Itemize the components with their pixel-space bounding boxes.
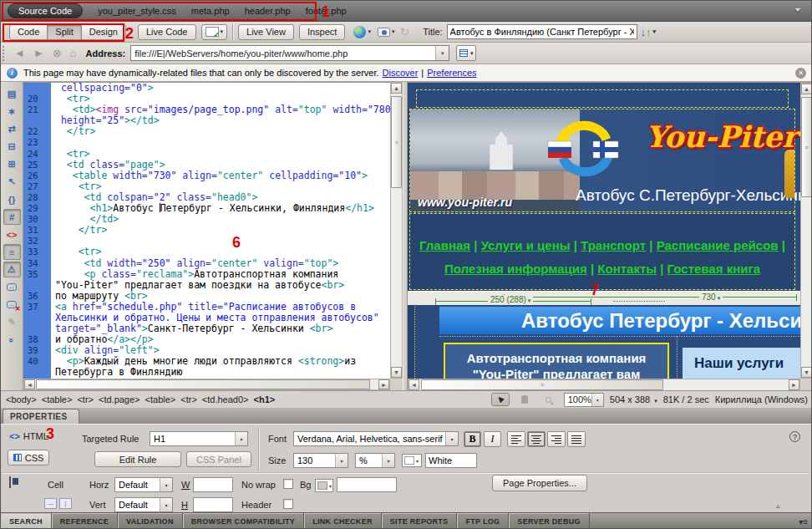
column-width-label-250[interactable]: 250 (288): [488, 295, 533, 304]
promo-box[interactable]: Автотранспортная компания "You-Piter" пр…: [444, 343, 669, 379]
code-vertical-scrollbar[interactable]: [390, 82, 403, 379]
file-management-button[interactable]: ↓↑: [641, 26, 657, 38]
zoom-tool[interactable]: [540, 393, 558, 406]
align-center-button[interactable]: [527, 431, 546, 447]
panel-tab-ftp-log[interactable]: FTP LOG: [457, 513, 509, 529]
panel-tab-link-checker[interactable]: LINK CHECKER: [304, 513, 382, 529]
panel-menu-icon[interactable]: [799, 517, 808, 526]
page-heading-h1[interactable]: Автобус Петербург - Хельсинки: [439, 307, 800, 334]
nav-link[interactable]: Главная: [419, 238, 470, 252]
design-scroll-thumb[interactable]: [801, 97, 812, 197]
cell-height-input[interactable]: [193, 497, 233, 512]
close-infobar-icon[interactable]: ✕: [795, 68, 806, 79]
toolbar-grip[interactable]: [3, 24, 8, 39]
vert-select[interactable]: Default: [114, 497, 173, 512]
panel-tab-browser-compatibility[interactable]: BROWSER COMPATIBILITY: [183, 513, 304, 529]
highlight-invalid-code-icon[interactable]: <>: [3, 226, 21, 242]
tag-selector-item[interactable]: <td.head0>: [202, 394, 249, 404]
preferences-link[interactable]: Preferences: [427, 68, 476, 78]
code-view-button[interactable]: Code: [9, 24, 48, 40]
design-vertical-scrollbar[interactable]: [800, 83, 812, 379]
tag-selector-item[interactable]: <tr>: [77, 394, 94, 404]
tag-selector-item[interactable]: <table>: [42, 394, 73, 404]
cell-width-input[interactable]: [193, 477, 233, 492]
nav-link[interactable]: Полезная информация: [444, 262, 587, 276]
design-hscroll-thumb[interactable]: [421, 379, 663, 390]
nav-link[interactable]: Услуги и цены: [481, 238, 571, 252]
view-options-button[interactable]: [456, 45, 476, 61]
text-color-picker[interactable]: [402, 454, 422, 467]
syntax-error-alerts-icon[interactable]: ⚠: [3, 262, 21, 277]
source-code-tab[interactable]: Source Code: [8, 3, 83, 18]
code-view[interactable]: cellspacing="0">20 <tr>21 <td><img src="…: [23, 82, 390, 379]
discover-link[interactable]: Discover: [383, 68, 419, 78]
balance-braces-icon[interactable]: {}: [3, 191, 21, 207]
targeted-rule-select[interactable]: H1: [150, 431, 248, 446]
italic-button[interactable]: I: [484, 431, 501, 447]
services-box[interactable]: Наши услуги: [683, 348, 800, 379]
hand-tool[interactable]: [515, 393, 534, 406]
refresh-icon[interactable]: [399, 25, 409, 38]
page-top-row[interactable]: [416, 89, 789, 108]
collapse-full-tag-icon[interactable]: ⇄: [3, 121, 21, 137]
font-select[interactable]: Verdana, Arial, Helvetica, sans-serif: [293, 431, 459, 446]
apply-comment-icon[interactable]: …: [3, 279, 21, 295]
scroll-right-icon[interactable]: [789, 379, 799, 390]
horz-select[interactable]: Default: [114, 477, 173, 492]
code-scroll-thumb[interactable]: [391, 96, 402, 188]
css-mode-button[interactable]: CSS: [8, 450, 49, 465]
tag-selector-item[interactable]: <tr>: [180, 394, 197, 404]
related-file-tab[interactable]: header.php: [245, 6, 291, 16]
split-cell-icon[interactable]: |: [59, 498, 72, 509]
scroll-down-icon[interactable]: [391, 367, 402, 378]
css-panel-button[interactable]: CSS Panel: [186, 451, 251, 467]
scroll-left-icon[interactable]: [24, 379, 35, 389]
scroll-up-icon[interactable]: [391, 83, 402, 94]
align-left-button[interactable]: [507, 431, 525, 447]
no-wrap-checkbox[interactable]: [283, 479, 293, 489]
scroll-left-icon[interactable]: [409, 379, 419, 390]
related-file-tab[interactable]: you_piter_style.css: [98, 6, 176, 16]
code-text[interactable]: </tr>: [51, 126, 95, 137]
window-size-select[interactable]: 504 x 388: [610, 394, 657, 404]
filter-related-files-icon[interactable]: [793, 4, 804, 16]
collapse-panel-icon[interactable]: [776, 500, 780, 510]
zoom-level-select[interactable]: 100%: [564, 393, 604, 407]
remove-comment-icon[interactable]: …✕: [3, 297, 21, 313]
line-numbers-icon[interactable]: #: [3, 209, 21, 225]
panel-tab-server-debug[interactable]: SERVER DEBUG: [509, 513, 589, 529]
help-icon[interactable]: [789, 431, 800, 442]
address-dropdown-icon[interactable]: [435, 46, 449, 60]
column-width-label-730[interactable]: 730: [699, 292, 723, 302]
open-documents-icon[interactable]: ▤: [3, 86, 21, 102]
merge-cells-icon[interactable]: —: [44, 498, 57, 509]
check-browser-compatibility-button[interactable]: [201, 24, 228, 40]
validate-markup-button[interactable]: [378, 28, 395, 37]
split-view-button[interactable]: Split: [47, 24, 81, 40]
scroll-right-icon[interactable]: [378, 379, 389, 389]
design-canvas[interactable]: You-Piter Автобус С.Петербург-Хельсинки …: [408, 83, 800, 379]
panel-tab-site-reports[interactable]: SITE REPORTS: [382, 513, 458, 529]
stop-icon[interactable]: ⊗: [53, 47, 62, 59]
related-file-tab[interactable]: meta.php: [191, 6, 230, 16]
live-code-button[interactable]: Live Code: [138, 24, 196, 40]
code-text[interactable]: Петербурга в Финляндию: [51, 367, 182, 378]
format-source-code-icon[interactable]: »: [3, 332, 21, 348]
panel-tab-validation[interactable]: VALIDATION: [118, 513, 183, 529]
page-title-input[interactable]: [447, 24, 637, 39]
align-justify-button[interactable]: [567, 431, 586, 447]
nav-link[interactable]: Контакты: [597, 262, 657, 276]
preview-browser-button[interactable]: [353, 26, 371, 38]
tag-selector-item[interactable]: <body>: [6, 394, 37, 404]
address-input[interactable]: [131, 48, 435, 58]
size-select[interactable]: 130: [293, 453, 348, 468]
text-color-input[interactable]: [425, 453, 477, 468]
column-width-line-730[interactable]: [504, 297, 797, 298]
select-parent-tag-icon[interactable]: ↖: [3, 174, 21, 190]
scroll-down-icon[interactable]: [801, 367, 812, 378]
nav-link[interactable]: Расписание рейсов: [657, 238, 779, 252]
bg-color-input[interactable]: [337, 477, 397, 492]
edit-rule-button[interactable]: Edit Rule: [94, 451, 181, 467]
size-unit-select[interactable]: %: [355, 453, 395, 468]
tag-selector-item[interactable]: <td.page>: [99, 394, 140, 404]
